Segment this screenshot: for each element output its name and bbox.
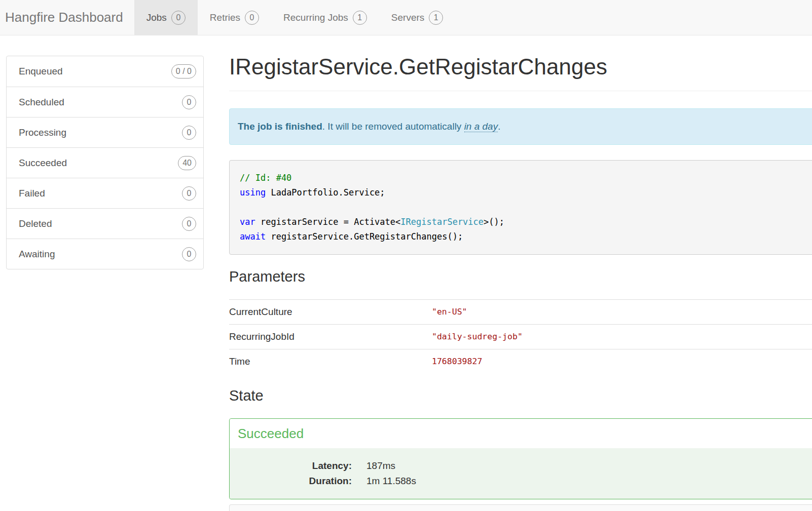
tab-retries-count-badge: 0 xyxy=(245,11,259,25)
tab-retries-label: Retries xyxy=(210,12,240,23)
code-text: LadaPortfolio.Service; xyxy=(266,187,385,198)
sidebar-item-label: Succeeded xyxy=(19,158,67,169)
code-line-var: var registarService = Activate<IRegistar… xyxy=(240,215,812,229)
sidebar-item-badge: 0 xyxy=(182,217,196,231)
page-body: Enqueued 0 / 0 Scheduled 0 Processing 0 … xyxy=(0,35,812,511)
state-card: Succeeded Latency: 187ms Duration: 1m 11… xyxy=(229,418,812,499)
next-panel-edge xyxy=(229,504,812,511)
code-line-await: await registarService.GetRegistarChanges… xyxy=(240,229,812,244)
sidebar-item-awaiting[interactable]: Awaiting 0 xyxy=(7,239,203,269)
code-comment: // Id: #40 xyxy=(240,173,291,183)
sidebar-item-badge: 0 xyxy=(182,126,196,140)
code-type-name: IRegistarService xyxy=(400,217,484,227)
sidebar-item-label: Deleted xyxy=(19,218,52,229)
state-metric-label: Duration: xyxy=(238,474,352,489)
tab-retries[interactable]: Retries 0 xyxy=(198,0,271,35)
parameters-table: CurrentCulture "en-US" RecurringJobId "d… xyxy=(229,299,812,374)
parameter-value: "daily-sudreg-job" xyxy=(432,324,812,349)
tab-servers-count-badge: 1 xyxy=(429,11,443,25)
code-keyword-var: var xyxy=(240,217,255,227)
parameter-row: RecurringJobId "daily-sudreg-job" xyxy=(229,324,812,349)
sidebar-item-failed[interactable]: Failed 0 xyxy=(7,178,203,208)
job-finished-alert: The job is finished. It will be removed … xyxy=(229,108,812,145)
alert-text: . It will be removed automatically xyxy=(322,121,464,132)
sidebar-item-processing[interactable]: Processing 0 xyxy=(7,117,203,147)
sidebar-item-label: Awaiting xyxy=(19,249,55,260)
code-line-comment: // Id: #40 xyxy=(240,171,812,185)
parameter-row: CurrentCulture "en-US" xyxy=(229,299,812,324)
sidebar-item-label: Failed xyxy=(19,188,45,199)
state-metric-row: Latency: 187ms xyxy=(238,458,812,474)
navbar: Hangfire Dashboard Jobs 0 Retries 0 Recu… xyxy=(0,0,812,35)
parameter-row: Time 1768039827 xyxy=(229,349,812,374)
sidebar-item-label: Processing xyxy=(19,127,66,138)
sidebar-item-deleted[interactable]: Deleted 0 xyxy=(7,208,203,239)
code-line-using: using LadaPortfolio.Service; xyxy=(240,185,812,200)
parameters-heading: Parameters xyxy=(229,268,812,285)
code-line-blank xyxy=(240,200,812,215)
alert-bold-text: The job is finished xyxy=(238,121,322,132)
alert-relative-time: in a day xyxy=(464,121,498,132)
sidebar-item-badge: 0 xyxy=(182,247,196,261)
sidebar-item-badge: 40 xyxy=(178,156,196,170)
sidebar-item-scheduled[interactable]: Scheduled 0 xyxy=(7,87,203,117)
tab-recurring-jobs-label: Recurring Jobs xyxy=(283,12,348,23)
sidebar-item-enqueued[interactable]: Enqueued 0 / 0 xyxy=(7,56,203,87)
tab-jobs-count-badge: 0 xyxy=(171,11,186,25)
page-title: IRegistarService.GetRegistarChanges xyxy=(229,55,812,91)
sidebar-column: Enqueued 0 / 0 Scheduled 0 Processing 0 … xyxy=(6,56,204,269)
tab-jobs-label: Jobs xyxy=(146,12,167,23)
state-metric-label: Latency: xyxy=(238,458,352,474)
brand-link[interactable]: Hangfire Dashboard xyxy=(0,0,130,35)
tab-servers-label: Servers xyxy=(391,12,424,23)
tab-recurring-jobs[interactable]: Recurring Jobs 1 xyxy=(271,0,379,35)
parameter-name: CurrentCulture xyxy=(229,299,432,324)
job-code-snippet: // Id: #40using LadaPortfolio.Service;va… xyxy=(229,160,812,255)
job-state-sidebar: Enqueued 0 / 0 Scheduled 0 Processing 0 … xyxy=(6,56,204,269)
state-metric-row: Duration: 1m 11.588s xyxy=(238,474,812,489)
state-name: Succeeded xyxy=(230,419,812,448)
sidebar-item-label: Scheduled xyxy=(19,97,64,108)
sidebar-item-badge: 0 xyxy=(182,186,196,201)
parameter-value: 1768039827 xyxy=(432,349,812,374)
code-keyword-using: using xyxy=(240,187,266,198)
state-metric-value: 187ms xyxy=(366,458,395,474)
sidebar-item-badge: 0 xyxy=(182,95,196,109)
tab-jobs[interactable]: Jobs 0 xyxy=(134,0,198,35)
tab-recurring-jobs-count-badge: 1 xyxy=(353,11,367,25)
state-heading: State xyxy=(229,387,812,404)
parameter-value: "en-US" xyxy=(432,299,812,324)
nav-tabs: Jobs 0 Retries 0 Recurring Jobs 1 Server… xyxy=(134,0,456,35)
code-text: registarService = Activate< xyxy=(255,217,401,227)
code-text: registarService.GetRegistarChanges(); xyxy=(266,231,463,242)
code-text: >(); xyxy=(484,217,504,227)
state-metric-value: 1m 11.588s xyxy=(366,474,416,489)
code-keyword-await: await xyxy=(240,231,266,242)
tab-servers[interactable]: Servers 1 xyxy=(379,0,455,35)
alert-period: . xyxy=(498,121,500,132)
parameter-name: RecurringJobId xyxy=(229,324,432,349)
sidebar-item-succeeded[interactable]: Succeeded 40 xyxy=(7,147,203,178)
parameter-name: Time xyxy=(229,349,432,374)
state-card-body: Latency: 187ms Duration: 1m 11.588s xyxy=(230,448,812,499)
sidebar-item-badge: 0 / 0 xyxy=(171,64,196,78)
sidebar-item-label: Enqueued xyxy=(19,66,63,77)
main-content: IRegistarService.GetRegistarChanges The … xyxy=(229,35,812,511)
